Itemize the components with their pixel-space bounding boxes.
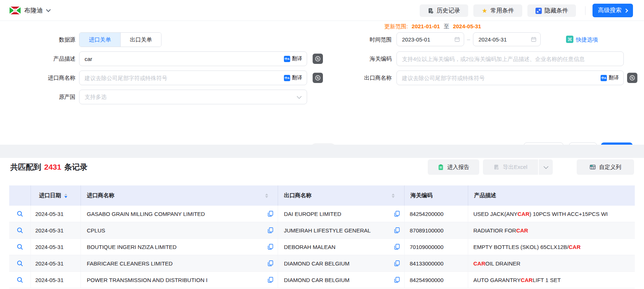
sort-icon[interactable] [265,194,268,198]
update-range-end: 2024-05-31 [453,23,481,29]
quick-options-link[interactable]: 快捷选项 [576,32,598,47]
translate-label: 翻译 [292,75,302,81]
update-range-label: 更新范围: [384,23,408,29]
trade-data-search-page: 布隆迪 历史记录 ★ 常用条件 隐藏条件 高级搜索 更新范围: [0,0,644,289]
company-detail-icon[interactable] [268,244,273,250]
custom-columns-button[interactable]: 自定义列 [577,159,634,175]
data-source-tabs: 进口关单 出口关单 [79,32,161,47]
sort-icon[interactable] [64,194,67,198]
tab-export-declarations[interactable]: 出口关单 [120,33,161,47]
row-detail-search-icon[interactable] [17,227,24,234]
company-detail-icon[interactable] [268,260,273,266]
product-description: EMPTY BOTTLES (SKOL) 65CLX12B/CAR [468,239,635,255]
end-date-input[interactable]: 2024-05-31 [473,32,541,46]
product-description: USED JACK(ANY CAR) 10PCS WITH ACC+15PCS … [468,206,635,222]
match-suffix: 条记录 [64,163,88,171]
advanced-search-label: 高级搜索 [598,7,622,14]
exporter-name: DIAMOND CAR BELGIUM [284,260,349,267]
importer-name: FABRICARE CLEANERS LIMITED [87,260,172,267]
hs-code: 84254200000 [410,211,444,217]
export-excel-button[interactable]: 导出Excel [483,159,538,175]
column-label: 出口商名称 [284,192,312,199]
importer-name-field: 中A 翻译 [79,71,307,85]
company-detail-icon[interactable] [394,211,400,217]
hide-conditions-button[interactable]: 隐藏条件 [527,4,576,17]
country-selector[interactable]: 布隆迪 [10,6,50,15]
advanced-search-button[interactable]: 高级搜索 [593,4,633,17]
data-source-label: 数据源 [0,32,75,47]
export-options-dropdown[interactable] [539,159,553,175]
row-detail-search-icon[interactable] [17,210,24,217]
column-label: 进口日期 [39,192,61,199]
column-header-import-date[interactable]: 进口日期 [31,185,81,206]
sort-icon[interactable] [392,194,395,198]
quick-options-icon[interactable]: ⌘ [566,36,573,43]
product-description-field: 中A 翻译 [79,51,307,66]
tab-import-declarations[interactable]: 进口关单 [79,33,120,47]
company-detail-icon[interactable] [394,227,400,233]
start-date-input[interactable]: 2023-05-01 [396,32,464,46]
calendar-icon [531,36,537,42]
fuzzy-search-toggle-icon[interactable] [627,73,637,83]
match-prefix: 共匹配到 [10,163,41,171]
row-detail-search-icon[interactable] [17,243,24,250]
product-description-input[interactable] [79,52,284,66]
export-icon [494,164,499,170]
column-header-importer[interactable]: 进口商名称 [81,185,278,206]
update-range-start: 2021-01-01 [412,23,440,29]
company-detail-icon[interactable] [268,277,273,283]
translate-button[interactable]: 中A 翻译 [284,55,307,62]
table-row[interactable]: 2024-05-31 CPLUS JUMEIRAH LIFESTYLE GENE… [9,222,635,239]
exporter-name-field: 中A 翻译 [396,71,624,85]
import-date: 2024-05-31 [35,244,64,250]
product-description: AUTO GARANTRY CAR LIFT 1 SET [468,272,635,288]
match-count: 2431 [44,163,61,171]
column-label: 产品描述 [474,192,496,199]
company-detail-icon[interactable] [394,260,400,266]
hs-code-input[interactable] [397,52,623,66]
row-detail-search-icon[interactable] [17,277,24,283]
column-label: 海关编码 [410,192,433,199]
translate-button[interactable]: 中A 翻译 [284,75,307,81]
company-detail-icon[interactable] [394,244,400,250]
origin-country-select[interactable]: 支持多选 [79,90,307,104]
hs-code: 87089100000 [410,227,444,234]
hs-code-field [396,51,624,66]
date-range-separator: – [464,32,473,46]
importer-name: CPLUS [87,227,105,234]
company-detail-icon[interactable] [268,211,273,217]
update-range-to-word: 至 [444,23,449,29]
row-detail-search-icon[interactable] [17,260,24,267]
report-icon [438,164,444,170]
exporter-name-input[interactable] [397,71,601,85]
table-row[interactable]: 2024-05-31 FABRICARE CLEANERS LIMITED DI… [9,255,635,272]
table-row[interactable]: 2024-05-31 BOUTIQUE INGERI NZIZA LIMITED… [9,239,635,255]
chevron-down-icon [46,7,51,12]
collapse-icon [536,8,542,14]
importer-name-input[interactable] [79,71,284,85]
match-count-line: 共匹配到2431条记录 [10,162,88,172]
column-header-detail [9,185,31,206]
product-description-label: 产品描述 [0,51,75,66]
exporter-name: JUMEIRAH LIFESTYLE GENERAL [284,227,371,234]
translate-button[interactable]: 中A 翻译 [601,75,623,81]
table-row[interactable]: 2024-05-31 POWER TRANSMISSION AND DISTRI… [9,272,635,288]
calendar-icon [454,36,460,42]
favorites-button[interactable]: ★ 常用条件 [473,4,522,17]
company-detail-icon[interactable] [268,227,273,233]
translate-icon: 中A [284,75,290,81]
table-row[interactable]: 2024-05-31 GASABO GRAIN MILLING COMPANY … [9,206,635,222]
hs-code-label: 海关编码 [316,51,392,66]
enter-report-label: 进入报告 [447,164,469,171]
company-detail-icon[interactable] [394,277,400,283]
history-button[interactable]: 历史记录 [420,4,468,17]
origin-country-placeholder: 支持多选 [79,94,298,101]
column-header-exporter[interactable]: 出口商名称 [278,185,405,206]
import-date: 2024-05-31 [35,260,64,267]
exporter-name-label: 出口商名称 [316,71,392,85]
exporter-name: DAI EUROPE LIMITED [284,211,341,217]
hs-code: 84254900000 [410,277,444,283]
enter-report-button[interactable]: 进入报告 [428,159,479,175]
product-description: CAR OIL DRAINER [468,255,635,271]
top-bar: 布隆迪 历史记录 ★ 常用条件 隐藏条件 高级搜索 [0,0,644,21]
